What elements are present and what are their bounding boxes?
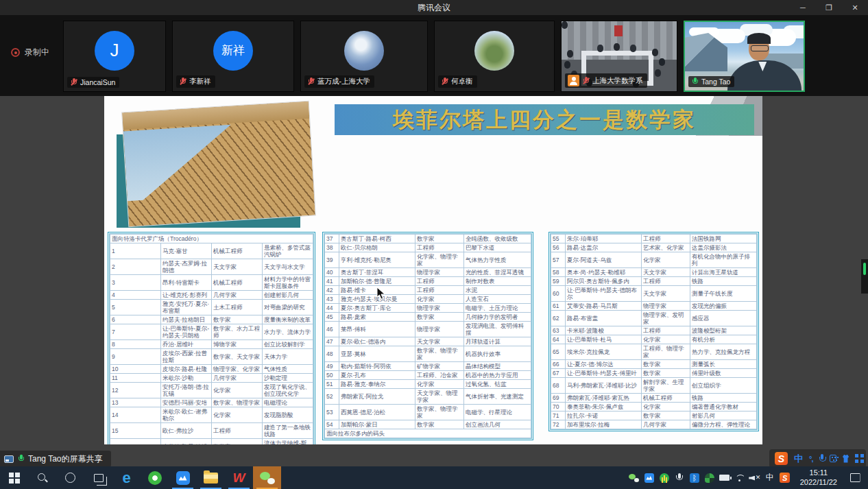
- table-footer-row: 面向拉布尔多内的码头: [325, 429, 531, 438]
- browser-360-taskbar-button[interactable]: [141, 466, 169, 489]
- cell-number: 65: [551, 344, 566, 360]
- cell-number: 60: [551, 286, 566, 302]
- cell-profession: 物理学家: [415, 268, 464, 277]
- side-panel-handle[interactable]: [861, 259, 868, 294]
- file-explorer-taskbar-button[interactable]: [197, 466, 225, 489]
- wifi-icon: [734, 474, 745, 482]
- cell-name: 朱尔·珀蒂耶: [566, 235, 642, 243]
- edge-taskbar-button[interactable]: e: [112, 466, 141, 489]
- microphone-icon: [676, 473, 683, 483]
- cell-profession: 天文学家: [212, 259, 263, 275]
- search-icon: [37, 473, 48, 484]
- cell-achievement: 材料力学中的特雷斯卡屈服条件: [263, 275, 313, 291]
- voice-input-icon[interactable]: [819, 454, 823, 463]
- table-row: 3昂利·特雷斯卡机械工程师材料力学中的特雷斯卡屈服条件: [110, 275, 313, 291]
- table-row: 71拉扎尔·卡诺数学家射影几何: [551, 412, 757, 420]
- tencent-meeting-tray-button[interactable]: [642, 466, 657, 489]
- cell-number: 43: [325, 295, 339, 304]
- minimize-button[interactable]: ─: [790, 0, 816, 15]
- action-center-button[interactable]: [845, 466, 865, 489]
- mic-muted-icon: [307, 77, 315, 86]
- mic-muted-icon: [179, 77, 186, 86]
- participant-name: 蓝万成-上海大学: [317, 77, 370, 86]
- cell-achievement: 建造了第一条地铁线路: [263, 423, 313, 439]
- ime-lang-tray-button[interactable]: 中: [762, 466, 777, 489]
- cell-number: 9: [110, 349, 161, 365]
- skin-icon[interactable]: [843, 455, 849, 463]
- cell-achievement: 创建射影几何: [263, 291, 313, 300]
- cell-profession: 工程师、物理学家: [642, 344, 690, 360]
- toolbox-icon[interactable]: [855, 454, 860, 463]
- sogou-tray-button[interactable]: S: [777, 466, 793, 489]
- cell-name: 皮埃尔·路易·杜隆: [161, 365, 212, 374]
- cell-name: 亚瑟·莫林: [339, 346, 415, 362]
- cell-number: 63: [551, 326, 566, 335]
- cell-number: 49: [325, 362, 339, 371]
- cell-name: 马利-弗朗索瓦·泽维耶·比沙: [566, 378, 642, 394]
- wifi-tray-button[interactable]: [732, 466, 747, 489]
- bluetooth-tray-button[interactable]: ᛒ: [687, 466, 702, 489]
- participant-tile[interactable]: Tang Tao: [684, 21, 805, 92]
- cell-number: 71: [551, 412, 566, 420]
- cell-name: 克劳德·路易·纳维: [161, 439, 212, 444]
- task-view-button[interactable]: [84, 466, 112, 489]
- screen-share-banner[interactable]: Tang Tao的屏幕共享: [0, 451, 111, 467]
- browser-360-icon: [148, 471, 162, 485]
- battery-tray-button[interactable]: [717, 466, 732, 489]
- table-row: 58奥本·尚·约瑟夫·勒维耶天文学家计算出海王星轨道: [551, 268, 757, 277]
- cell-profession: 数学家、物理学家: [415, 346, 464, 362]
- tencent-meeting-taskbar-button[interactable]: [169, 466, 197, 489]
- name-tables: 面向特洛卡代罗广场（Trocadéro）1马克·塞甘机械工程师悬索桥、多管式蒸汽…: [104, 232, 762, 438]
- table-row: 51路易·雅克·泰纳尔化学家过氧化氢、钴蓝: [325, 380, 531, 389]
- maximize-button[interactable]: ❐: [816, 0, 842, 15]
- cell-profession: 数学家、水力工程师: [212, 324, 263, 340]
- cell-profession: 数学家: [642, 412, 690, 420]
- wechat-tray-button[interactable]: [627, 466, 642, 489]
- cell-achievement: 电磁学、行星理论: [464, 405, 531, 420]
- cell-achievement: 创立比较解剖学: [263, 340, 313, 349]
- participant-tile[interactable]: JJiancaiSun: [63, 21, 166, 92]
- cell-name: 欧仁·弗拉沙: [161, 423, 212, 439]
- tree-avatar: [474, 31, 514, 71]
- cell-profession: 数学家: [212, 439, 263, 444]
- volume-muted-tray-button[interactable]: [747, 466, 762, 489]
- wechat-icon: [629, 474, 639, 482]
- mic-on-icon: [17, 455, 25, 464]
- wps-office-taskbar-button[interactable]: W: [225, 466, 253, 489]
- soft-keyboard-icon[interactable]: [830, 455, 836, 462]
- file-explorer-icon: [204, 473, 218, 484]
- cortana-button[interactable]: [56, 466, 84, 489]
- mic-on-icon: [691, 77, 699, 86]
- punctuation-icon[interactable]: °,: [809, 455, 812, 463]
- action-center-icon: [850, 473, 860, 482]
- search-button[interactable]: [28, 466, 56, 489]
- security-360-tray-button[interactable]: [657, 466, 672, 489]
- cell-number: 69: [551, 394, 566, 403]
- cell-achievement: 制作对数表: [464, 277, 531, 286]
- taskbar-clock[interactable]: 15:11 2022/11/22: [795, 468, 843, 488]
- cell-name: 拉扎尔·卡诺: [566, 412, 642, 420]
- cell-name: 让·巴蒂斯特·约瑟夫·德朗布尔: [566, 286, 642, 302]
- participant-tile[interactable]: 上海大学数学系: [561, 21, 677, 92]
- cell-number: 13: [110, 398, 161, 407]
- participant-tile[interactable]: 蓝万成-上海大学: [300, 21, 428, 92]
- cell-achievement: 波隆梭型桁架: [690, 326, 757, 335]
- presentation-slide: 埃菲尔塔上四分之一是数学家 面向特洛卡代罗广场（Trocadéro）1马克·塞甘…: [104, 96, 762, 444]
- participant-tile[interactable]: 新祥李新祥: [172, 21, 294, 92]
- table-row: 16克劳德·路易·纳维数学家流体力学纳维-斯托克斯方程: [110, 439, 313, 444]
- cell-profession: 化学家: [212, 383, 263, 398]
- cell-number: 61: [551, 302, 566, 311]
- microphone-tray-button[interactable]: [672, 466, 687, 489]
- cell-achievement: 水泥: [464, 286, 531, 295]
- defender-shield-tray-button[interactable]: [702, 466, 717, 489]
- wechat-taskbar-button[interactable]: [253, 466, 281, 489]
- table-row: 66让-夏尔·德·博尔达数学家测量弧长: [551, 360, 757, 369]
- ime-mode-icon[interactable]: 中: [794, 453, 803, 465]
- sogou-logo-icon[interactable]: S: [775, 452, 788, 465]
- close-button[interactable]: ✕: [842, 0, 868, 15]
- cell-achievement: 电磁理论: [263, 398, 313, 407]
- participant-tile[interactable]: 何卓衡: [434, 21, 555, 92]
- cell-name: 让-维克托·彭赛列: [161, 291, 212, 300]
- earth-avatar: [344, 31, 384, 71]
- start-button[interactable]: [0, 466, 28, 489]
